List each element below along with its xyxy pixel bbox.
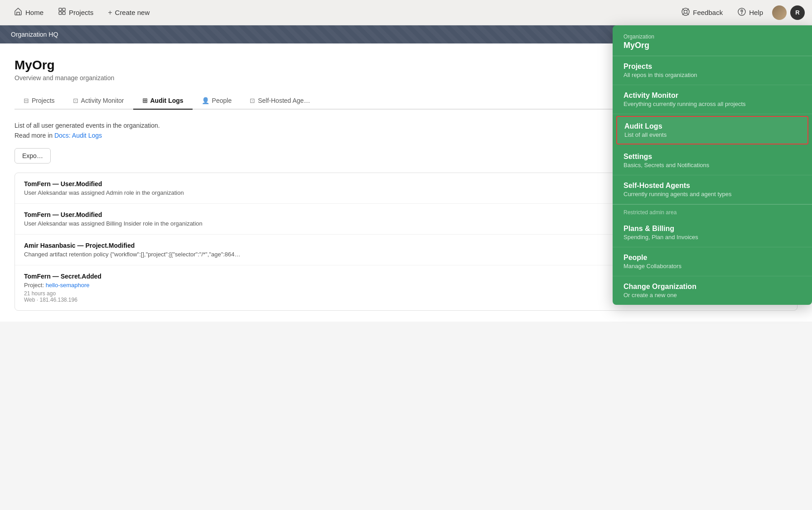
- dropdown-item-projects-desc: All repos in this organization: [624, 72, 801, 78]
- dropdown-item-settings-title: Settings: [624, 153, 801, 161]
- dropdown-item-audit-logs[interactable]: Audit Logs List of all events: [616, 116, 808, 144]
- help-icon: [737, 7, 746, 18]
- create-new-label: Create new: [115, 9, 150, 16]
- create-new-plus-icon: +: [108, 9, 112, 17]
- dropdown-item-self-hosted-title: Self-Hosted Agents: [624, 182, 801, 190]
- dropdown-item-change-org[interactable]: Change Organization Or create a new one: [613, 276, 812, 305]
- projects-label: Projects: [69, 9, 93, 16]
- tab-people[interactable]: 👤 People: [193, 92, 241, 110]
- feedback-icon: [681, 7, 690, 18]
- help-label: Help: [749, 9, 763, 16]
- feedback-label: Feedback: [693, 9, 723, 16]
- dropdown-item-people-title: People: [624, 254, 801, 262]
- dropdown-item-change-org-desc: Or create a new one: [624, 292, 801, 298]
- tab-self-hosted-label: Self-Hosted Age…: [258, 97, 310, 104]
- tab-activity-icon: ⊡: [73, 97, 78, 104]
- dropdown-header: Organization MyOrg: [613, 25, 812, 56]
- dropdown-item-plans-title: Plans & Billing: [624, 225, 801, 233]
- user-initial-text: R: [795, 9, 799, 16]
- tab-audit-logs[interactable]: ⊞ Audit Logs: [133, 92, 193, 110]
- dropdown-item-self-hosted-desc: Currently running agents and agent types: [624, 191, 801, 197]
- dropdown-item-people[interactable]: People Manage Collaborators: [613, 247, 812, 276]
- help-nav-item[interactable]: Help: [732, 5, 768, 20]
- dropdown-org-name: MyOrg: [624, 41, 801, 50]
- svg-point-5: [684, 10, 687, 14]
- home-icon: [14, 7, 23, 18]
- feedback-nav-item[interactable]: Feedback: [676, 5, 728, 20]
- tab-projects-label: Projects: [32, 97, 55, 104]
- create-new-nav-item[interactable]: + Create new: [102, 6, 156, 19]
- tab-projects-icon: ⊟: [24, 97, 29, 104]
- dropdown-restricted-label: Restricted admin area: [613, 204, 812, 218]
- dropdown-item-audit-title: Audit Logs: [624, 122, 800, 130]
- svg-rect-0: [59, 8, 62, 11]
- tab-people-icon: 👤: [202, 97, 209, 104]
- dropdown-item-change-org-title: Change Organization: [624, 283, 801, 291]
- dropdown-org-label: Organization: [624, 34, 801, 40]
- dropdown-item-settings[interactable]: Settings Basics, Secrets and Notificatio…: [613, 146, 812, 175]
- dropdown-item-plans-desc: Spending, Plan and Invoices: [624, 234, 801, 241]
- dropdown-item-activity-monitor[interactable]: Activity Monitor Everything currently ru…: [613, 85, 812, 114]
- dropdown-item-self-hosted[interactable]: Self-Hosted Agents Currently running age…: [613, 175, 812, 204]
- export-button[interactable]: Expo…: [14, 148, 51, 164]
- docs-audit-logs-link[interactable]: Docs: Audit Logs: [54, 132, 102, 139]
- dropdown-item-plans-billing[interactable]: Plans & Billing Spending, Plan and Invoi…: [613, 218, 812, 247]
- dropdown-item-projects[interactable]: Projects All repos in this organization: [613, 56, 812, 85]
- nav-right: Feedback Help R: [676, 5, 805, 20]
- user-avatar-initial[interactable]: R: [790, 5, 805, 20]
- export-label: Expo…: [22, 152, 43, 159]
- content-desc-line1: List of all user generated events in the…: [14, 122, 160, 129]
- org-banner-label: Organization HQ: [11, 31, 58, 38]
- svg-rect-1: [63, 8, 65, 11]
- tab-projects[interactable]: ⊟ Projects: [14, 92, 64, 110]
- tab-activity-monitor[interactable]: ⊡ Activity Monitor: [64, 92, 133, 110]
- top-nav: Home Projects + Create new: [0, 0, 812, 25]
- dropdown-item-projects-title: Projects: [624, 63, 801, 71]
- home-label: Home: [25, 9, 44, 16]
- tab-audit-label: Audit Logs: [150, 97, 184, 104]
- tab-audit-icon: ⊞: [142, 97, 148, 104]
- tab-activity-label: Activity Monitor: [81, 97, 124, 104]
- content-desc-prefix: Read more in: [14, 132, 54, 139]
- tab-self-hosted[interactable]: ⊡ Self-Hosted Age…: [241, 92, 319, 110]
- dropdown-item-audit-desc: List of all events: [624, 131, 800, 138]
- user-avatar-photo[interactable]: [772, 5, 787, 20]
- dropdown-item-activity-desc: Everything currently running across all …: [624, 101, 801, 107]
- home-nav-item[interactable]: Home: [7, 4, 50, 21]
- tab-self-hosted-icon: ⊡: [250, 97, 255, 104]
- projects-nav-item[interactable]: Projects: [52, 5, 100, 20]
- nav-left: Home Projects + Create new: [7, 4, 676, 21]
- log-project-link[interactable]: hello-semaphore: [46, 282, 90, 289]
- dropdown-item-people-desc: Manage Collaborators: [624, 263, 801, 269]
- projects-icon: [58, 7, 66, 18]
- dropdown-item-settings-desc: Basics, Secrets and Notifications: [624, 162, 801, 168]
- svg-rect-3: [63, 12, 65, 14]
- dropdown-item-activity-title: Activity Monitor: [624, 91, 801, 100]
- org-dropdown: Organization MyOrg Projects All repos in…: [613, 25, 812, 305]
- svg-rect-2: [59, 12, 62, 14]
- tab-people-label: People: [212, 97, 232, 104]
